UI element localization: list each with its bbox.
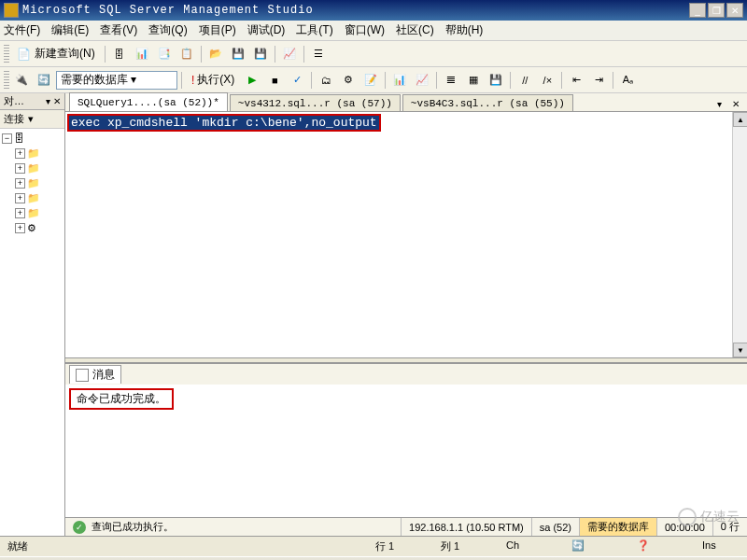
tree-folder-node[interactable]: + 📁 <box>2 146 63 161</box>
expand-icon[interactable]: + <box>15 193 25 203</box>
separator <box>311 72 312 89</box>
new-query-button[interactable]: 新建查询(N) <box>11 44 101 64</box>
tab-close-icon[interactable]: ✕ <box>728 96 743 111</box>
parse-icon[interactable]: ✓ <box>287 70 307 91</box>
help-icon[interactable]: ❓ <box>637 539 674 553</box>
expand-icon[interactable]: + <box>15 178 25 189</box>
dmx-icon[interactable]: 📋 <box>176 44 197 64</box>
connect-label[interactable]: 连接 <box>4 112 24 126</box>
database-engine-icon[interactable]: 🗄 <box>109 44 130 64</box>
folder-icon: 📁 <box>27 192 40 204</box>
document-tabs: SQLQuery1....(sa (52))* ~vs4312.sql...r … <box>65 93 747 112</box>
separator <box>613 72 613 89</box>
cursor-info: 行 1 列 1 Ch 🔄 ❓ Ins <box>375 539 740 553</box>
selected-sql[interactable]: exec xp_cmdshell 'mkdir c:\bene',no_outp… <box>69 116 379 130</box>
menu-view[interactable]: 查看(V) <box>100 22 137 38</box>
results-text-icon[interactable]: 𝌆 <box>441 70 461 91</box>
estimated-plan-icon[interactable]: 🗂 <box>316 70 336 91</box>
separator <box>105 46 106 63</box>
include-plan-icon[interactable]: 📊 <box>389 70 410 91</box>
activity-icon[interactable]: 📈 <box>279 44 300 64</box>
tab-vs4312[interactable]: ~vs4312.sql...r (sa (57)) <box>230 94 401 111</box>
save-all-icon[interactable]: 💾 <box>250 44 271 64</box>
cancel-icon[interactable]: ■ <box>264 70 285 91</box>
object-explorer-tree[interactable]: − 🗄 + 📁 + 📁 + 📁 + 📁 + 📁 <box>0 129 64 536</box>
tab-list-icon[interactable]: ▾ <box>712 96 726 111</box>
connect-icon[interactable]: 🔌 <box>11 70 32 91</box>
sql-editor[interactable]: exec xp_cmdshell 'mkdir c:\bene',no_outp… <box>65 112 747 357</box>
menu-help[interactable]: 帮助(H) <box>445 22 484 38</box>
object-explorer-panel: 对… ▾ ✕ 连接 ▾ − 🗄 + 📁 + 📁 + 📁 <box>0 93 65 536</box>
tree-folder-node[interactable]: + 📁 <box>2 205 63 220</box>
decrease-indent-icon[interactable]: ⇤ <box>566 70 586 91</box>
maximize-button[interactable]: ❐ <box>708 3 725 18</box>
tree-folder-node[interactable]: + ⚙ <box>2 220 63 235</box>
list-icon[interactable]: ☰ <box>308 44 329 64</box>
app-icon <box>4 3 19 18</box>
database-selector[interactable]: 需要的数据库 ▾ <box>56 71 177 90</box>
close-button[interactable]: ✕ <box>726 3 743 18</box>
vertical-scrollbar[interactable]: ▲ ▼ <box>732 112 747 357</box>
status-ready: 就绪 <box>7 539 375 553</box>
standard-toolbar: 新建查询(N) 🗄 📊 📑 📋 📂 💾 💾 📈 ☰ <box>0 41 747 67</box>
separator <box>275 46 275 63</box>
toolbar-grip[interactable] <box>4 71 9 90</box>
tree-folder-node[interactable]: + 📁 <box>2 175 63 190</box>
expand-icon[interactable]: + <box>15 223 25 233</box>
refresh-icon[interactable]: 🔄 <box>571 539 609 553</box>
editor-split: exec xp_cmdshell 'mkdir c:\bene',no_outp… <box>65 112 747 517</box>
specify-values-icon[interactable]: Aₐ <box>617 70 638 91</box>
results-file-icon[interactable]: 💾 <box>486 70 506 91</box>
status-user: sa (52) <box>531 518 579 536</box>
menu-window[interactable]: 窗口(W) <box>345 22 385 38</box>
report-icon[interactable]: 📑 <box>154 44 175 64</box>
menu-project[interactable]: 项目(P) <box>199 22 236 38</box>
menu-tools[interactable]: 工具(T) <box>296 22 332 38</box>
tree-folder-node[interactable]: + 📁 <box>2 190 63 205</box>
object-explorer-title: 对… ▾ ✕ <box>0 93 64 110</box>
results-grid-icon[interactable]: ▦ <box>463 70 484 91</box>
menu-file[interactable]: 文件(F) <box>4 22 40 38</box>
query-statusbar: ✓ 查询已成功执行。 192.168.1.1 (10.50 RTM) sa (5… <box>65 517 747 536</box>
window-titlebar: Microsoft SQL Server Management Studio _… <box>0 0 747 21</box>
expand-icon[interactable]: + <box>15 208 25 218</box>
menu-query[interactable]: 查询(Q) <box>148 22 187 38</box>
comment-icon[interactable]: // <box>514 70 535 91</box>
folder-icon: 📁 <box>27 147 40 160</box>
intellisense-icon[interactable]: 📝 <box>360 70 381 91</box>
collapse-icon[interactable]: − <box>2 133 12 144</box>
menu-edit[interactable]: 编辑(E) <box>51 22 89 38</box>
messages-content[interactable]: 命令已成功完成。 <box>65 385 747 517</box>
minimize-button[interactable]: _ <box>689 3 706 18</box>
menu-debug[interactable]: 调试(D) <box>247 22 286 38</box>
uncomment-icon[interactable]: /× <box>537 70 557 91</box>
dropdown-icon[interactable]: ▾ <box>28 113 34 125</box>
scroll-up-icon[interactable]: ▲ <box>733 112 747 127</box>
debug-button[interactable]: ▶ <box>242 70 262 91</box>
save-icon[interactable]: 💾 <box>228 44 248 64</box>
client-stats-icon[interactable]: 📈 <box>412 70 432 91</box>
editor-content[interactable]: exec xp_cmdshell 'mkdir c:\bene',no_outp… <box>65 112 747 133</box>
tab-vsb4c3[interactable]: ~vsB4C3.sql...r (sa (55)) <box>402 94 573 111</box>
panel-menu-icon[interactable]: ▾ ✕ <box>46 96 61 106</box>
expand-icon[interactable]: + <box>15 163 25 174</box>
ch-info: Ch <box>506 539 543 553</box>
toolbar-grip[interactable] <box>4 45 9 63</box>
tree-folder-node[interactable]: + 📁 <box>2 161 63 175</box>
open-icon[interactable]: 📂 <box>205 44 226 64</box>
tree-server-node[interactable]: − 🗄 <box>2 131 63 146</box>
messages-tab[interactable]: 消息 <box>69 365 121 384</box>
query-options-icon[interactable]: ⚙ <box>338 70 359 91</box>
scroll-down-icon[interactable]: ▼ <box>733 343 747 357</box>
expand-icon[interactable]: + <box>15 148 25 159</box>
tab-sqlquery1[interactable]: SQLQuery1....(sa (52))* <box>69 92 228 111</box>
analysis-icon[interactable]: 📊 <box>132 44 152 64</box>
results-tabs: 消息 <box>65 364 747 385</box>
increase-indent-icon[interactable]: ⇥ <box>588 70 609 91</box>
messages-icon <box>76 369 89 382</box>
change-connection-icon[interactable]: 🔄 <box>34 70 54 91</box>
separator <box>510 72 511 89</box>
window-title: Microsoft SQL Server Management Studio <box>22 4 689 17</box>
execute-button[interactable]: ! 执行(X) <box>186 70 240 91</box>
menu-community[interactable]: 社区(C) <box>396 22 434 38</box>
